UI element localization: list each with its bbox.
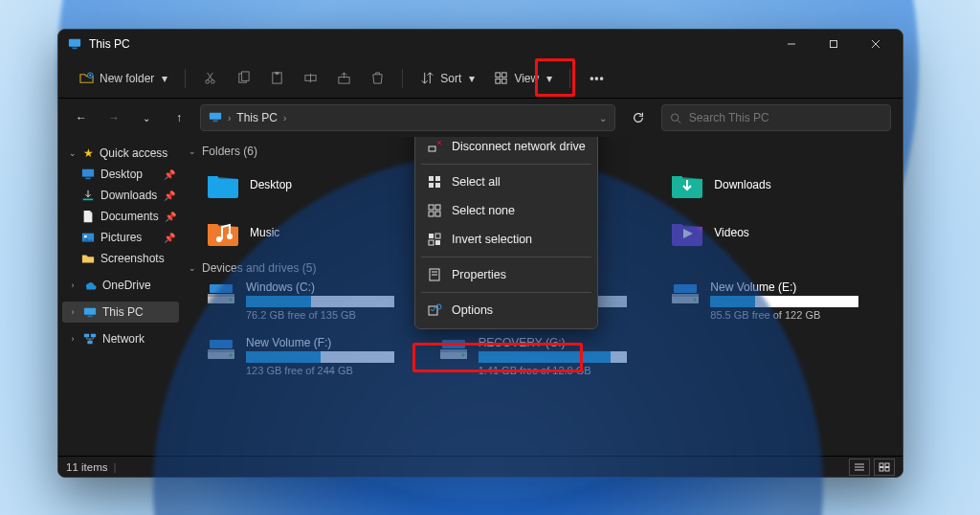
svg-rect-69	[429, 212, 434, 216]
drive-recovery-g-[interactable]: RECOVERY (G:) 1.41 GB free of 12.8 GB	[438, 336, 661, 382]
svg-rect-15	[339, 78, 349, 84]
pin-icon: 📌	[164, 190, 177, 201]
svg-rect-83	[880, 463, 883, 467]
copy-button[interactable]	[229, 64, 258, 93]
menu-item-icon	[427, 267, 442, 282]
sidebar-item-documents[interactable]: Documents📌	[62, 206, 179, 227]
new-folder-icon	[79, 71, 94, 85]
sidebar-quick-access[interactable]: ⌄ ★ Quick access	[62, 143, 179, 164]
collapse-icon: ⌄	[189, 146, 196, 156]
drive-free-text: 85.5 GB free of 122 GB	[710, 309, 858, 321]
folder-label: Downloads	[714, 178, 770, 191]
body: ⌄ ★ Quick access Desktop📌 Downloads📌 Doc…	[58, 137, 902, 456]
svg-rect-66	[435, 183, 440, 188]
sort-icon	[420, 71, 434, 85]
search-icon	[670, 112, 681, 124]
folder-desktop[interactable]: Desktop	[206, 164, 429, 206]
address-bar[interactable]: › This PC › ⌄	[200, 104, 615, 131]
folder-icon	[670, 170, 704, 199]
network-icon	[83, 332, 97, 346]
new-folder-button[interactable]: New folder ▾	[72, 64, 175, 93]
details-view-button[interactable]	[849, 459, 870, 476]
folder-label: Videos	[714, 226, 748, 239]
maximize-button[interactable]	[813, 30, 855, 58]
more-button[interactable]: •••	[580, 64, 614, 93]
share-button[interactable]	[329, 64, 359, 93]
drive-windows-c-[interactable]: Windows (C:) 76.2 GB free of 135 GB	[206, 280, 429, 326]
chevron-down-icon[interactable]: ⌄	[599, 113, 607, 123]
recent-locations-button[interactable]: ⌄	[135, 106, 158, 129]
svg-rect-31	[84, 334, 89, 338]
this-pc-icon	[68, 37, 81, 51]
minimize-button[interactable]	[770, 30, 813, 58]
drive-free-text: 76.2 GB free of 135 GB	[246, 309, 394, 321]
sidebar-network[interactable]: ›Network	[62, 328, 179, 349]
chevron-right-icon: ›	[228, 113, 231, 123]
menu-item-label: Select all	[452, 175, 501, 189]
expand-icon: ›	[68, 280, 78, 290]
menu-item-select-all[interactable]: Select all	[415, 168, 597, 196]
folder-music[interactable]: Music	[206, 212, 429, 254]
svg-rect-74	[435, 240, 440, 245]
menu-item-select-none[interactable]: Select none	[415, 196, 597, 225]
refresh-button[interactable]	[625, 104, 652, 131]
rename-button[interactable]	[296, 64, 325, 93]
drive-label: New Volume (E:)	[710, 280, 858, 294]
sidebar-this-pc[interactable]: ›This PC	[62, 302, 179, 323]
svg-point-47	[694, 299, 697, 302]
sidebar-item-downloads[interactable]: Downloads📌	[62, 185, 179, 206]
thumbnails-view-button[interactable]	[874, 459, 895, 476]
status-bar: 11 items |	[58, 456, 902, 477]
svg-point-39	[230, 299, 233, 302]
drive-label: New Volume (F:)	[246, 336, 394, 349]
delete-button[interactable]	[363, 64, 392, 93]
svg-rect-29	[84, 308, 96, 315]
folder-icon	[206, 218, 240, 247]
drive-new-volume-f-[interactable]: New Volume (F:) 123 GB free of 244 GB	[206, 336, 429, 382]
sidebar-item-screenshots[interactable]: Screenshots	[62, 248, 179, 269]
svg-rect-67	[429, 205, 434, 210]
menu-item-disconnect-network-drive[interactable]: Disconnect network drive	[415, 137, 597, 161]
drive-icon	[206, 282, 236, 307]
close-button[interactable]	[855, 30, 897, 58]
sort-label: Sort	[440, 72, 461, 85]
more-context-menu: Add a network locationMap network driveD…	[414, 137, 598, 329]
drive-usage-bar	[246, 351, 394, 363]
expand-icon: ›	[68, 307, 78, 317]
search-box[interactable]	[661, 104, 891, 131]
menu-item-options[interactable]: Options	[415, 296, 597, 325]
drive-icon	[438, 338, 469, 363]
folder-downloads[interactable]: Downloads	[670, 164, 893, 206]
svg-rect-64	[435, 176, 440, 181]
svg-line-23	[678, 120, 680, 123]
search-input[interactable]	[689, 111, 882, 124]
sort-button[interactable]: Sort ▾	[412, 64, 482, 93]
up-button[interactable]: ↑	[167, 106, 190, 129]
window-title: This PC	[89, 37, 130, 51]
drive-icon	[206, 338, 236, 363]
new-folder-label: New folder	[100, 72, 154, 85]
pictures-icon	[81, 231, 95, 244]
svg-rect-25	[85, 178, 90, 180]
collapse-icon: ⌄	[189, 263, 196, 273]
folder-icon	[206, 170, 240, 199]
folder-videos[interactable]: Videos	[670, 212, 893, 254]
forward-button[interactable]: →	[102, 106, 125, 129]
sidebar-item-pictures[interactable]: Pictures📌	[62, 227, 179, 248]
drive-new-volume-e-[interactable]: New Volume (E:) 85.5 GB free of 122 GB	[670, 280, 893, 326]
documents-icon	[81, 210, 95, 223]
svg-rect-3	[831, 41, 837, 48]
cut-button[interactable]	[195, 64, 225, 93]
svg-rect-40	[210, 284, 233, 293]
view-button[interactable]: View ▾	[486, 64, 560, 93]
menu-item-properties[interactable]: Properties	[415, 260, 597, 289]
svg-point-22	[671, 114, 678, 121]
svg-rect-63	[429, 176, 434, 181]
menu-item-icon	[427, 302, 442, 318]
svg-rect-33	[87, 341, 92, 345]
sidebar-onedrive[interactable]: ›OneDrive	[62, 275, 179, 296]
sidebar-item-desktop[interactable]: Desktop📌	[62, 164, 179, 185]
paste-button[interactable]	[262, 64, 292, 93]
back-button[interactable]: ←	[70, 106, 93, 129]
menu-item-invert-selection[interactable]: Invert selection	[415, 225, 597, 254]
